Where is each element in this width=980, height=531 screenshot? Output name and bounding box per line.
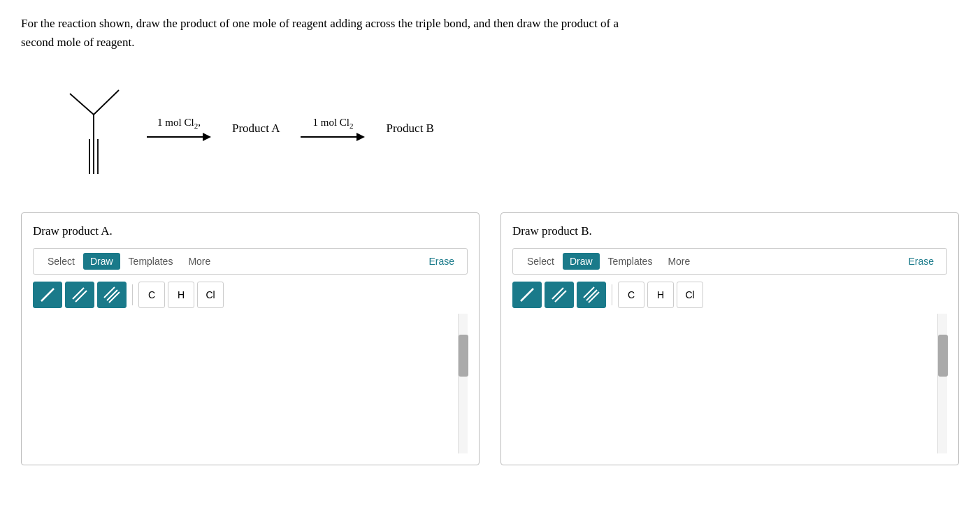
svg-line-5	[70, 94, 94, 115]
draw-btn-b[interactable]: Draw	[563, 253, 600, 270]
chlorine-btn-b[interactable]: Cl	[677, 282, 703, 308]
svg-line-13	[552, 288, 563, 299]
single-bond-icon-b	[517, 285, 537, 305]
arrow-block-1: 1 mol Cl2,	[147, 117, 211, 141]
more-btn-a[interactable]: More	[181, 253, 217, 270]
panel-a-title: Draw product A.	[33, 224, 468, 238]
triple-bond-icon-b	[582, 285, 601, 305]
templates-btn-a[interactable]: Templates	[122, 253, 180, 270]
select-btn-b[interactable]: Select	[520, 253, 561, 270]
svg-line-14	[555, 291, 566, 302]
toolbar-a: Select Draw Templates More Erase	[33, 248, 468, 275]
arrow-block-2: 1 mol Cl2	[301, 117, 365, 141]
triple-bond-icon	[102, 285, 122, 305]
draw-canvas-a[interactable]	[33, 314, 468, 453]
more-btn-b[interactable]: More	[661, 253, 697, 270]
product-a-label: Product A	[232, 122, 280, 136]
draw-panel-b: Draw product B. Select Draw Templates Mo…	[500, 212, 959, 465]
svg-line-7	[73, 288, 84, 299]
double-bond-btn-b[interactable]	[545, 282, 574, 308]
svg-line-15	[584, 287, 594, 298]
toolbar-b-left: Select Draw Templates More	[520, 253, 697, 270]
triple-bond-btn-b[interactable]	[577, 282, 606, 308]
svg-line-8	[75, 291, 87, 302]
reagent2-label: 1 mol Cl2	[312, 117, 353, 130]
templates-btn-b[interactable]: Templates	[601, 253, 660, 270]
toolbar-b: Select Draw Templates More Erase	[512, 248, 947, 275]
panels-container: Draw product A. Select Draw Templates Mo…	[21, 212, 959, 465]
question-text: For the reaction shown, draw the product…	[21, 14, 958, 52]
chlorine-btn-a[interactable]: Cl	[197, 282, 224, 308]
hydrogen-btn-b[interactable]: H	[647, 282, 674, 308]
separator-a	[132, 284, 133, 305]
reaction-diagram: 1 mol Cl2, Product A 1 mol Cl2 Product B	[21, 73, 959, 184]
draw-panel-a: Draw product A. Select Draw Templates Mo…	[21, 212, 480, 465]
double-bond-icon	[70, 285, 89, 305]
scrollbar-thumb-b[interactable]	[938, 335, 948, 377]
erase-btn-b[interactable]: Erase	[902, 253, 939, 270]
bond-tools-a: C H Cl	[33, 282, 468, 308]
svg-line-4	[94, 90, 119, 115]
select-btn-a[interactable]: Select	[41, 253, 82, 270]
draw-canvas-b[interactable]	[512, 314, 947, 453]
single-bond-btn-a[interactable]	[33, 282, 62, 308]
separator-b	[612, 284, 612, 305]
bond-tools-b: C H Cl	[512, 282, 947, 308]
erase-btn-a[interactable]: Erase	[423, 253, 460, 270]
double-bond-icon-b	[549, 285, 569, 305]
scrollbar-a[interactable]	[458, 314, 468, 453]
double-bond-btn-a[interactable]	[65, 282, 94, 308]
carbon-btn-b[interactable]: C	[618, 282, 644, 308]
single-bond-btn-b[interactable]	[512, 282, 542, 308]
carbon-btn-a[interactable]: C	[138, 282, 165, 308]
svg-line-9	[104, 287, 115, 298]
svg-line-6	[41, 289, 54, 301]
panel-b-title: Draw product B.	[512, 224, 947, 238]
triple-bond-btn-a[interactable]	[97, 282, 127, 308]
scrollbar-thumb-a[interactable]	[459, 335, 468, 377]
scrollbar-b[interactable]	[937, 314, 947, 453]
product-b-label: Product B	[386, 122, 433, 136]
starting-molecule	[49, 73, 140, 184]
draw-btn-a[interactable]: Draw	[83, 253, 120, 270]
toolbar-a-left: Select Draw Templates More	[41, 253, 217, 270]
single-bond-icon	[38, 285, 57, 305]
hydrogen-btn-a[interactable]: H	[168, 282, 194, 308]
reagent1-label: 1 mol Cl2,	[157, 117, 201, 130]
svg-line-12	[521, 289, 533, 301]
